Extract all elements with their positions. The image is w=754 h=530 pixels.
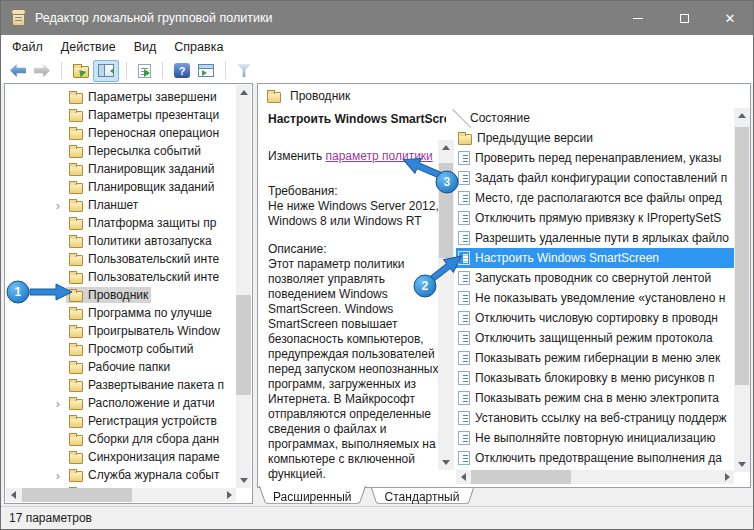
scroll-right-button[interactable]: [222, 488, 236, 502]
minimize-button[interactable]: [615, 1, 661, 35]
list-horizontal-scrollbar[interactable]: [456, 470, 734, 484]
tree-item[interactable]: › Пользовательский инте: [6, 268, 236, 286]
tree-item[interactable]: › Планшет: [6, 196, 236, 214]
sep-icon: [225, 62, 226, 79]
scroll-up-button[interactable]: [438, 140, 454, 155]
tree-item[interactable]: › Сборки для сбора данн: [6, 430, 236, 448]
toolbar-button[interactable]: [155, 59, 170, 83]
toolbar-button[interactable]: [134, 59, 155, 83]
setting-row[interactable]: Отключить защищенный режим протокола: [456, 328, 734, 348]
view-tab[interactable]: Расширенный: [259, 488, 366, 507]
scroll-up-button[interactable]: [236, 85, 251, 100]
tree-item[interactable]: › Пересылка событий: [6, 142, 236, 160]
folder-icon: [69, 309, 83, 320]
folder-icon: [69, 93, 83, 104]
toolbar-button[interactable]: [6, 59, 30, 83]
tree-item[interactable]: › Проигрыватель Window: [6, 322, 236, 340]
tree-item[interactable]: › Программа по улучше: [6, 304, 236, 322]
list-vertical-scrollbar[interactable]: [734, 108, 750, 472]
description-scrollbar[interactable]: [438, 140, 454, 470]
tree-vertical-scrollbar[interactable]: [236, 85, 251, 488]
setting-row[interactable]: Отключить числовую сортировку в проводн: [456, 308, 734, 328]
tree-item[interactable]: › Параметры презентаци: [6, 106, 236, 124]
toolbar-button[interactable]: [119, 59, 134, 83]
setting-row[interactable]: Предыдущие версии: [456, 128, 734, 148]
scroll-thumb[interactable]: [471, 470, 571, 484]
menu-item[interactable]: Вид: [125, 37, 166, 57]
tree-item[interactable]: › Регистрация устройств: [6, 412, 236, 430]
maximize-button[interactable]: [661, 1, 707, 35]
tree-item[interactable]: › Развертывание пакета п: [6, 376, 236, 394]
tree-item[interactable]: › Синхронизация параме: [6, 448, 236, 466]
window-title: Редактор локальной групповой политики: [35, 11, 272, 25]
edit-policy-link[interactable]: параметр политики: [325, 149, 432, 163]
tree-item[interactable]: › Планировщик заданий: [6, 160, 236, 178]
toolbar-button[interactable]: [93, 60, 119, 82]
scroll-thumb[interactable]: [735, 127, 749, 385]
toolbar-button[interactable]: [54, 59, 69, 83]
scroll-up-button[interactable]: [734, 108, 750, 123]
setting-row[interactable]: Показывать блокировку в меню рисунков п: [456, 368, 734, 388]
folder-icon: [69, 273, 83, 284]
tree-item[interactable]: › Проводник: [6, 286, 236, 304]
chevron-right-icon[interactable]: ›: [50, 288, 66, 303]
folder-icon: [69, 111, 83, 122]
scroll-thumb[interactable]: [439, 163, 453, 258]
tree-item[interactable]: › Параметры завершени: [6, 88, 236, 106]
policy-icon: [458, 211, 470, 225]
tree-item[interactable]: › Рабочие папки: [6, 358, 236, 376]
scroll-left-button[interactable]: [6, 488, 20, 502]
pane-header: Проводник: [258, 84, 750, 108]
scroll-down-button[interactable]: [236, 473, 251, 488]
setting-row[interactable]: Проверить перед перенаправлением, указы: [456, 148, 734, 168]
show-console-tree-icon: [98, 64, 114, 77]
tree-item[interactable]: › Просмотр событий: [6, 340, 236, 358]
toolbar-button[interactable]: [69, 59, 93, 83]
scroll-thumb[interactable]: [236, 295, 251, 395]
chevron-right-icon[interactable]: ›: [50, 396, 66, 411]
setting-row[interactable]: Показывать режим гибернации в меню элек: [456, 348, 734, 368]
tree-item[interactable]: › Переносная операцион: [6, 124, 236, 142]
setting-row[interactable]: Разрешить удаленные пути в ярлыках файло: [456, 228, 734, 248]
tree-item[interactable]: › Служба журнала событ: [6, 466, 236, 484]
setting-row[interactable]: Отключить предотвращение выполнения да: [456, 448, 734, 468]
folder-icon: [69, 255, 83, 266]
show-window-icon: [198, 64, 214, 77]
toolbar-button[interactable]: [233, 59, 255, 83]
scroll-down-button[interactable]: [438, 455, 454, 470]
setting-row[interactable]: Запускать проводник со свернутой лентой: [456, 268, 734, 288]
column-header-state[interactable]: Состояние: [456, 108, 734, 128]
chevron-right-icon[interactable]: ›: [50, 468, 66, 483]
setting-row[interactable]: Установить ссылку на веб-страницу поддер…: [456, 408, 734, 428]
settings-rows: Предыдущие версии Проверить перед перена…: [456, 128, 734, 470]
setting-row[interactable]: Отключить прямую привязку к IPropertySet…: [456, 208, 734, 228]
setting-row[interactable]: Настроить Windows SmartScreen: [456, 248, 734, 268]
view-tab[interactable]: Стандартный: [371, 488, 474, 507]
tree-item[interactable]: › Политики автозапуска: [6, 232, 236, 250]
tree-item[interactable]: › Расположение и датчи: [6, 394, 236, 412]
toolbar-button[interactable]: [218, 59, 233, 83]
tree-item[interactable]: › Планировщик заданий: [6, 178, 236, 196]
tree-horizontal-scrollbar[interactable]: [6, 488, 236, 502]
scroll-right-button[interactable]: [720, 470, 734, 484]
toolbar-button[interactable]: [170, 59, 194, 83]
menu-item[interactable]: Справка: [165, 37, 232, 57]
close-button[interactable]: ✕: [707, 1, 753, 35]
toolbar-button[interactable]: [30, 59, 54, 83]
tree-item[interactable]: › Платформа защиты пр: [6, 214, 236, 232]
scroll-thumb[interactable]: [22, 488, 132, 502]
chevron-right-icon[interactable]: ›: [50, 198, 66, 213]
toolbar-button[interactable]: [194, 59, 218, 83]
setting-row[interactable]: Место, где располагаются все файлы опред: [456, 188, 734, 208]
tree-item[interactable]: › Пользовательский инте: [6, 250, 236, 268]
scroll-down-button[interactable]: [734, 457, 750, 472]
menu-item[interactable]: Действие: [52, 37, 125, 57]
folder-icon: [267, 92, 281, 103]
setting-row[interactable]: Не показывать уведомление «установлено н: [456, 288, 734, 308]
menu-item[interactable]: Файл: [3, 37, 52, 57]
export-list-icon: [138, 64, 151, 78]
setting-row[interactable]: Не выполняйте повторную инициализацию: [456, 428, 734, 448]
scroll-left-button[interactable]: [456, 470, 470, 484]
setting-row[interactable]: Показывать режим сна в меню электропита: [456, 388, 734, 408]
setting-row[interactable]: Задать файл конфигурации сопоставлений п: [456, 168, 734, 188]
